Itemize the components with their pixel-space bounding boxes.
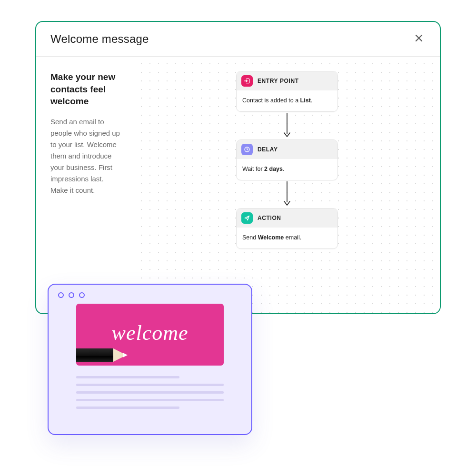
welcome-hero-image: welcome: [76, 304, 224, 366]
node-title: ACTION: [258, 215, 281, 221]
browser-dot-icon: [69, 292, 74, 298]
flow-arrow: [283, 180, 291, 208]
sidebar-description: Send an email to people who signed up to…: [50, 116, 121, 196]
browser-dot-icon: [58, 292, 64, 298]
welcome-image-text: welcome: [76, 321, 224, 345]
close-button[interactable]: [412, 32, 426, 46]
entry-point-icon: [241, 75, 253, 87]
node-delay[interactable]: DELAY Wait for 2 days.: [236, 139, 338, 180]
clock-icon: [241, 144, 253, 155]
automation-flow: ENTRY POINT Contact is added to a List.: [236, 71, 338, 249]
node-header: ACTION: [237, 208, 337, 228]
placeholder-line: [76, 407, 179, 409]
sidebar-heading: Make your new contacts feel welcome: [50, 71, 121, 108]
automation-template-modal: Welcome message Make your new contacts f…: [35, 21, 441, 314]
placeholder-line: [76, 391, 224, 394]
node-header: DELAY: [237, 140, 337, 159]
browser-dot-icon: [79, 292, 85, 298]
node-description: Send Welcome email.: [237, 228, 337, 248]
modal-body: Make your new contacts feel welcome Send…: [36, 57, 440, 314]
placeholder-text-lines: [76, 376, 224, 409]
close-icon: [415, 34, 423, 44]
node-description: Contact is added to a List.: [237, 90, 337, 111]
modal-title: Welcome message: [50, 32, 149, 46]
send-icon: [241, 212, 253, 224]
modal-header: Welcome message: [36, 22, 440, 57]
browser-dots: [49, 285, 251, 302]
placeholder-line: [76, 376, 179, 378]
node-action[interactable]: ACTION Send Welcome email.: [236, 208, 338, 249]
placeholder-line: [76, 399, 224, 401]
node-title: ENTRY POINT: [258, 78, 299, 84]
node-title: DELAY: [258, 146, 278, 153]
placeholder-line: [76, 384, 224, 386]
preview-body: welcome: [49, 302, 251, 409]
node-header: ENTRY POINT: [237, 71, 337, 90]
template-sidebar: Make your new contacts feel welcome Send…: [36, 57, 134, 314]
flow-arrow: [283, 112, 291, 139]
automation-canvas[interactable]: ENTRY POINT Contact is added to a List.: [134, 57, 440, 314]
pencil-icon: [76, 348, 135, 362]
email-preview-card: welcome: [48, 284, 252, 435]
node-description: Wait for 2 days.: [237, 159, 337, 180]
node-entry-point[interactable]: ENTRY POINT Contact is added to a List.: [236, 71, 338, 112]
